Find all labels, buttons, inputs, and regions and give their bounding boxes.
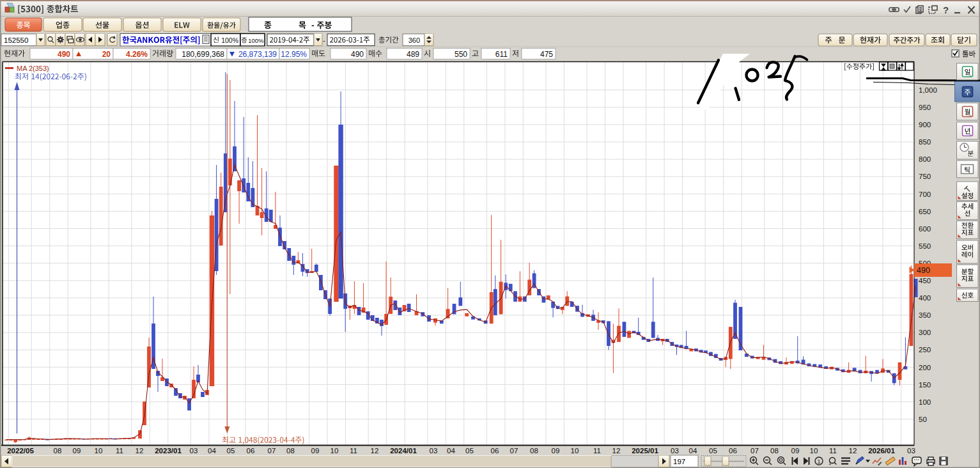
svg-text:08: 08 xyxy=(286,447,295,455)
svg-text:06: 06 xyxy=(729,447,737,455)
svg-text:12: 12 xyxy=(612,447,621,455)
svg-text:03: 03 xyxy=(190,447,198,455)
svg-text:12: 12 xyxy=(371,447,379,455)
svg-text:100: 100 xyxy=(919,398,931,406)
svg-text:100%: 100% xyxy=(221,36,238,44)
svg-text:600: 600 xyxy=(919,225,931,233)
svg-text:650: 650 xyxy=(919,208,931,215)
svg-text:07: 07 xyxy=(268,447,276,455)
svg-text:11: 11 xyxy=(350,447,357,455)
svg-text:180,699,368: 180,699,368 xyxy=(182,50,224,59)
svg-text:10: 10 xyxy=(95,447,103,455)
svg-text:07: 07 xyxy=(510,447,518,455)
svg-text:1,000: 1,000 xyxy=(919,86,937,94)
svg-text:09: 09 xyxy=(552,447,560,455)
svg-text:2025/01: 2025/01 xyxy=(632,447,658,455)
svg-text:360: 360 xyxy=(408,36,420,44)
svg-text:750: 750 xyxy=(919,173,931,180)
svg-text:490: 490 xyxy=(58,50,70,59)
svg-text:100%: 100% xyxy=(248,37,264,44)
svg-text:197: 197 xyxy=(673,458,685,465)
svg-text:611: 611 xyxy=(495,50,508,59)
svg-text:2024/01: 2024/01 xyxy=(390,447,417,455)
svg-text:2026/01: 2026/01 xyxy=(868,447,895,455)
svg-text:09: 09 xyxy=(73,447,81,455)
svg-text:550: 550 xyxy=(919,242,931,250)
svg-text:06: 06 xyxy=(491,447,499,455)
svg-text:250: 250 xyxy=(919,346,931,354)
svg-text:900: 900 xyxy=(919,121,931,129)
svg-text:350: 350 xyxy=(919,311,931,319)
svg-text:300: 300 xyxy=(919,329,931,336)
svg-text:06: 06 xyxy=(247,447,255,455)
svg-text:26,873,139: 26,873,139 xyxy=(238,50,277,59)
svg-text:800: 800 xyxy=(919,155,931,163)
svg-text:11: 11 xyxy=(116,447,123,455)
svg-text:950: 950 xyxy=(919,104,931,111)
svg-text:03: 03 xyxy=(907,447,915,455)
svg-text:04: 04 xyxy=(447,447,455,455)
svg-text:489: 489 xyxy=(407,50,419,59)
svg-text:10: 10 xyxy=(331,447,339,455)
svg-text:50: 50 xyxy=(919,416,927,423)
svg-text:05: 05 xyxy=(709,447,717,455)
svg-text:MA 2(353): MA 2(353) xyxy=(17,65,49,72)
svg-text:450: 450 xyxy=(919,277,931,285)
svg-text:08: 08 xyxy=(770,447,779,455)
svg-text:10: 10 xyxy=(810,447,818,455)
svg-text:200: 200 xyxy=(919,364,931,371)
svg-text:?: ? xyxy=(943,4,949,15)
svg-text:400: 400 xyxy=(919,294,931,302)
svg-text:152550: 152550 xyxy=(4,36,28,44)
svg-text:09: 09 xyxy=(791,447,800,455)
svg-text:10: 10 xyxy=(571,447,579,455)
svg-text:850: 850 xyxy=(919,138,931,146)
svg-text:1: 1 xyxy=(828,460,832,466)
svg-text:04: 04 xyxy=(689,447,697,455)
svg-text:04: 04 xyxy=(208,447,216,455)
svg-text:490: 490 xyxy=(917,266,930,275)
svg-text:09: 09 xyxy=(311,447,320,455)
svg-text:03: 03 xyxy=(430,447,438,455)
svg-text:150: 150 xyxy=(919,381,931,389)
svg-text:05: 05 xyxy=(465,447,474,455)
svg-text:05: 05 xyxy=(227,447,235,455)
svg-text:2022/05: 2022/05 xyxy=(7,447,34,455)
svg-text:12: 12 xyxy=(849,447,857,455)
svg-text:-: - xyxy=(323,36,325,44)
svg-text:11: 11 xyxy=(829,447,837,455)
svg-text:12.95%: 12.95% xyxy=(281,50,307,59)
svg-text:20: 20 xyxy=(102,50,111,59)
svg-text:1: 1 xyxy=(817,458,820,465)
svg-text:2023/01: 2023/01 xyxy=(155,447,182,455)
svg-text:490: 490 xyxy=(351,50,364,59)
svg-text:550: 550 xyxy=(455,50,467,59)
svg-text:475: 475 xyxy=(540,50,553,59)
svg-text:07: 07 xyxy=(751,447,759,455)
svg-text:03: 03 xyxy=(671,447,679,455)
svg-text:11: 11 xyxy=(593,447,601,455)
svg-text:4.26%: 4.26% xyxy=(126,50,148,59)
svg-text:08: 08 xyxy=(54,447,62,455)
svg-text:08: 08 xyxy=(530,447,538,455)
svg-text:12: 12 xyxy=(136,447,144,455)
svg-text:700: 700 xyxy=(919,191,931,198)
